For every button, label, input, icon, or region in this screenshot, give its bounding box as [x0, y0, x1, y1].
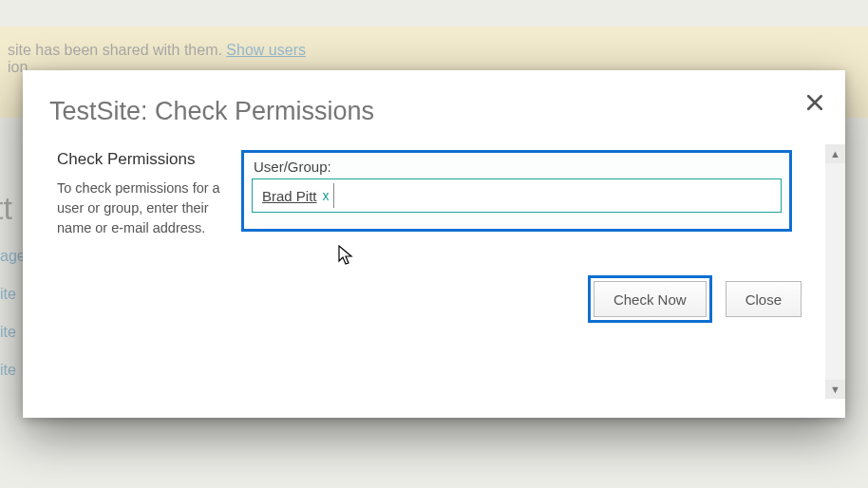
dialog-button-row: Check Now Close	[588, 275, 802, 323]
people-picker[interactable]: Brad Pitt x	[252, 178, 782, 213]
scroll-up-icon[interactable]: ▲	[825, 144, 845, 163]
dialog-scrollbar[interactable]: ▲ ▼	[825, 144, 845, 399]
close-icon[interactable]	[800, 87, 830, 118]
check-now-button[interactable]: Check Now	[594, 281, 707, 317]
section-heading: Check Permissions	[57, 150, 232, 169]
remove-chip-icon[interactable]: x	[323, 188, 330, 203]
check-permissions-dialog: TestSite: Check Permissions Check Permis…	[23, 70, 845, 418]
close-button[interactable]: Close	[726, 281, 802, 317]
user-group-field-highlight: User/Group: Brad Pitt x	[241, 150, 792, 232]
scroll-down-icon[interactable]: ▼	[825, 380, 845, 399]
mouse-cursor-icon	[338, 245, 355, 268]
dialog-title: TestSite: Check Permissions	[49, 97, 374, 126]
check-now-highlight: Check Now	[588, 275, 712, 323]
section-help-text: To check permissions for a user or group…	[57, 178, 232, 238]
dialog-help-section: Check Permissions To check permissions f…	[57, 150, 232, 238]
selected-user-name: Brad Pitt	[262, 188, 317, 204]
people-picker-input[interactable]	[333, 183, 777, 208]
user-group-label: User/Group:	[254, 159, 782, 175]
people-picker-chip: Brad Pitt x	[256, 183, 333, 208]
